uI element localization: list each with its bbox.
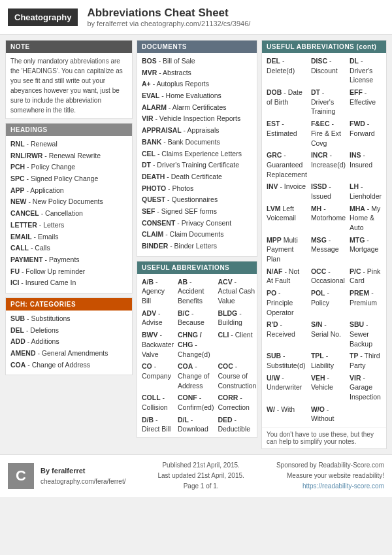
list-item: SUB - Substitutions [10, 314, 127, 324]
abbr-cell: B/C - Because [178, 309, 214, 328]
useful-abbr-heading: USEFUL ABBREVIATIONS [137, 261, 257, 274]
abbr-cell: TPL - Liability [311, 351, 346, 370]
abbr-cell: PREM - Premium [350, 288, 382, 317]
list-item: PAYMENT - Payments [10, 255, 127, 265]
footer-updated: Last updated 21st April, 2015. [132, 471, 269, 481]
list-item: PHOTO - Photos [142, 184, 252, 193]
footer-page: Page 1 of 1. [132, 481, 269, 492]
list-item: AMEND - General Amendments [10, 348, 127, 358]
author-by: by feralferret [87, 20, 127, 27]
list-item: VIR - Vehicle Inspection Reports [142, 114, 252, 124]
footer-center-info: Published 21st April, 2015. Last updated… [132, 460, 269, 492]
abbr-cell: DL - Driver's License [350, 56, 382, 85]
footer-author-name: By feralferret [41, 467, 85, 475]
abbr-cell: COLL - Collision [142, 393, 174, 412]
abbr-cell: DISC - Discount [311, 56, 346, 85]
middle-column: DOCUMENTS BOS - Bill of Sale MVR - Abstr… [137, 40, 257, 449]
abbr-cell: F&EC - Fire & Ext Covg [311, 119, 346, 148]
abbr-cell: S/N - Serial No. [311, 320, 346, 348]
abbr-cell: ADV - Advise [142, 309, 174, 328]
abbr-cell: VIR - Garage Inspection [350, 373, 382, 402]
headings-section: HEADINGS RNL - Renewal RNL/RWR - Renewal… [5, 123, 133, 294]
header: Cheatography Abbreviations Cheat Sheet b… [0, 0, 392, 35]
useful-abbr-cont-grid: DEL - Delete(d) DISC - Discount DL - Dri… [262, 53, 386, 427]
footer-published: Published 21st April, 2015. [132, 460, 269, 471]
abbr-cell: MSG - Message [311, 235, 346, 264]
note-section: NOTE The only mandatory abbreviations ar… [5, 40, 133, 119]
list-item: CLAIM - Claim Documents [142, 229, 252, 239]
abbr-cell: MPP Multi Payment Plan [267, 235, 307, 264]
useful-abbr-cont-section: USEFUL ABBREVIATIONS (cont) DEL - Delete… [261, 40, 387, 449]
footer-author-info: By feralferret cheatography.com/fera/fer… [41, 465, 125, 486]
list-item: NEW - New Policy Documents [10, 197, 127, 207]
useful-abbr-section: USEFUL ABBREVIATIONS A/B - Agency Bill A… [137, 261, 257, 438]
abbr-cell: MHA - My Home & Auto [350, 204, 382, 233]
abbr-cell: CO - Company [142, 362, 174, 390]
abbr-cell: W/ - With [267, 405, 307, 424]
abbr-cell: LVM Left Voicemail [267, 204, 307, 233]
abbr-cell: TP - Third Party [350, 351, 382, 370]
list-item: ADD - Additions [10, 337, 127, 346]
list-item: RNL/RWR - Renewal Rewrite [10, 151, 127, 161]
list-item: PCH - Policy Change [10, 162, 127, 172]
abbr-cell: R'D - Received [267, 320, 307, 348]
list-item: CANCEL - Cancellation [10, 209, 127, 218]
list-item: CONSENT - Privacy Consent [142, 218, 252, 228]
abbr-cell: SBU - Sewer Backup [350, 320, 382, 348]
note-body: The only mandatory abbreviations are the… [6, 53, 132, 118]
abbr-cell: P/C - Pink Card [350, 267, 382, 286]
footer-author-url[interactable]: cheatography.com/fera/ferret/ [41, 478, 125, 485]
abbr-cell: GRC - Guaranteed Replacement [267, 150, 307, 179]
list-item: DT - Driver's Training Certificate [142, 160, 252, 170]
abbr-cell: AB - Accident Benefits [178, 277, 214, 306]
list-item: RNL - Renewal [10, 139, 127, 149]
header-info: Abbreviations Cheat Sheet by feralferret… [87, 7, 250, 27]
list-item: SPC - Signed Policy Change [10, 174, 127, 184]
list-item: BANK - Bank Documents [142, 137, 252, 147]
list-item: DEL - Deletions [10, 326, 127, 335]
note-heading: NOTE [6, 41, 132, 53]
footer-right-info: Sponsored by Readability-Score.com Measu… [276, 460, 384, 492]
list-item: A+ - Autoplus Reports [142, 79, 252, 89]
page: Cheatography Abbreviations Cheat Sheet b… [0, 0, 392, 497]
abbr-cell: A/B - Agency Bill [142, 277, 174, 306]
abbr-cell: CLI - Client [218, 330, 256, 359]
abbr-cell: OCC - Occasional [311, 267, 346, 286]
footer-sponsor-url[interactable]: https://readability-score.com [302, 482, 384, 490]
abbr-cell: CHNG / CHG - Change(d) [178, 330, 214, 359]
abbr-cell: INV - Invoice [267, 182, 307, 201]
abbr-cell: COA - Change of Address [178, 362, 214, 390]
abbr-cell: DT - Driver's Training [311, 88, 346, 116]
list-item: APP - Application [10, 186, 127, 195]
documents-heading: DOCUMENTS [137, 41, 257, 53]
list-item: DEATH - Death Certificate [142, 172, 252, 182]
list-item: APPRAISAL - Appraisals [142, 126, 252, 135]
abbr-cell: PO - Principle Operator [267, 288, 307, 317]
pch-section: PCH: CATEGORIES SUB - Substitutions DEL … [5, 297, 133, 375]
list-item: EVAL - Home Evaluations [142, 91, 252, 101]
list-item: ALARM - Alarm Certificates [142, 103, 252, 112]
footer-sponsor-sub: Measure your website readability! [276, 471, 384, 481]
abbr-cell: D/B - Direct Bill [142, 415, 174, 434]
abbr-cell: D/L - Download [178, 415, 214, 434]
main-content: NOTE The only mandatory abbreviations ar… [0, 35, 392, 454]
abbr-cell: SUB - Substitute(d) [267, 351, 307, 370]
headings-body: RNL - Renewal RNL/RWR - Renewal Rewrite … [6, 136, 132, 293]
right-column: USEFUL ABBREVIATIONS (cont) DEL - Delete… [261, 40, 387, 449]
abbr-cell: ISSD - Issued [311, 182, 346, 201]
pch-body: SUB - Substitutions DEL - Deletions ADD … [6, 311, 132, 375]
documents-section: DOCUMENTS BOS - Bill of Sale MVR - Abstr… [137, 40, 257, 257]
abbr-cell: EST - Estimated [267, 119, 307, 148]
footer-sponsor-label: Sponsored by Readability-Score.com [276, 460, 384, 471]
list-item: FU - Follow Up reminder [10, 267, 127, 277]
abbr-cont-note: You don't have to use these, but they ca… [262, 427, 386, 448]
abbr-cell: POL - Policy [311, 288, 346, 317]
abbr-cell: CORR - Correction [218, 393, 256, 412]
footer: C By feralferret cheatography.com/fera/f… [0, 454, 392, 497]
abbr-cell: DEL - Delete(d) [267, 56, 307, 85]
abbr-cell: CONF - Confirm(ed) [178, 393, 214, 412]
header-subtitle: by feralferret via cheatography.com/2113… [87, 20, 250, 27]
list-item: QUEST - Questionnaires [142, 195, 252, 205]
abbr-cell: N/AF - Not At Fault [267, 267, 307, 286]
note-text: The only mandatory abbreviations are the… [10, 56, 127, 115]
